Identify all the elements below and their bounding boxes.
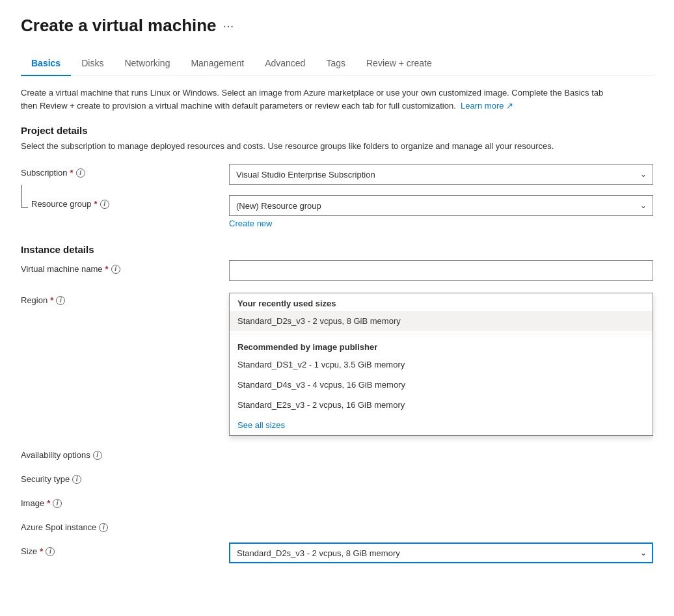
description-text: Create a virtual machine that runs Linux… — [21, 88, 603, 111]
image-label: Image — [21, 498, 44, 508]
resource-group-row: Resource group * i (New) Resource group … — [21, 195, 653, 228]
subscription-select[interactable]: Visual Studio Enterprise Subscription — [229, 164, 653, 185]
size-item-recommended-3[interactable]: Standard_E2s_v3 - 2 vcpus, 16 GiB memory — [230, 395, 653, 415]
azure-spot-info-icon[interactable]: i — [99, 523, 108, 532]
size-required: * — [40, 546, 43, 556]
resource-group-required: * — [94, 199, 98, 209]
tab-description: Create a virtual machine that runs Linux… — [21, 87, 606, 112]
subscription-required: * — [70, 168, 74, 178]
instance-details-title: Instance details — [21, 244, 653, 255]
size-item-recommended-2[interactable]: Standard_D4s_v3 - 4 vcpus, 16 GiB memory — [230, 375, 653, 395]
size-row: Size * i Standard_D2s_v3 - 2 vcpus, 8 Gi… — [21, 542, 653, 563]
create-new-link[interactable]: Create new — [229, 219, 272, 228]
subscription-info-icon[interactable]: i — [76, 168, 85, 178]
size-suggestion-panel: Your recently used sizes Standard_D2s_v3… — [229, 293, 653, 436]
region-row: Region * i Your recently used sizes Stan… — [21, 291, 653, 436]
image-info-icon[interactable]: i — [53, 499, 62, 508]
resource-group-select[interactable]: (New) Resource group — [229, 195, 653, 216]
tab-networking[interactable]: Networking — [114, 51, 180, 76]
security-type-label: Security type — [21, 474, 70, 484]
security-type-info-icon[interactable]: i — [72, 475, 81, 484]
azure-spot-row: Azure Spot instance i — [21, 518, 653, 532]
size-info-icon[interactable]: i — [46, 547, 55, 556]
vm-name-input[interactable] — [229, 260, 653, 281]
subscription-label: Subscription — [21, 168, 68, 178]
suggestion-divider — [230, 334, 653, 334]
region-label: Region — [21, 295, 47, 305]
subscription-select-wrapper: Visual Studio Enterprise Subscription ⌄ — [229, 164, 653, 185]
availability-options-label: Availability options — [21, 450, 90, 460]
image-row: Image * i — [21, 494, 653, 508]
vm-name-label: Virtual machine name — [21, 264, 103, 274]
vm-name-required: * — [105, 264, 109, 274]
availability-options-info-icon[interactable]: i — [93, 451, 102, 460]
size-item-recommended-1[interactable]: Standard_DS1_v2 - 1 vcpu, 3.5 GiB memory — [230, 355, 653, 375]
vm-name-row: Virtual machine name * i — [21, 260, 653, 281]
subscription-row: Subscription * i Visual Studio Enterpris… — [21, 164, 653, 185]
project-details-section: Project details Select the subscription … — [21, 125, 653, 228]
learn-more-link[interactable]: Learn more ↗ — [461, 101, 513, 111]
page-title: Create a virtual machine — [21, 16, 217, 36]
recently-used-header: Your recently used sizes — [230, 293, 653, 311]
image-required: * — [47, 498, 50, 508]
vm-name-info-icon[interactable]: i — [111, 265, 120, 274]
region-required: * — [50, 295, 53, 305]
size-select[interactable]: Standard_D2s_v3 - 2 vcpus, 8 GiB memory — [229, 542, 653, 563]
project-details-desc: Select the subscription to manage deploy… — [21, 141, 606, 151]
resource-group-select-wrapper: (New) Resource group ⌄ — [229, 195, 653, 216]
size-label: Size — [21, 546, 37, 556]
tab-advanced[interactable]: Advanced — [254, 51, 316, 76]
external-link-icon: ↗ — [506, 101, 513, 111]
size-item-recent-1[interactable]: Standard_D2s_v3 - 2 vcpus, 8 GiB memory — [230, 311, 653, 331]
security-type-row: Security type i — [21, 470, 653, 484]
recommended-header: Recommended by image publisher — [230, 337, 653, 355]
size-select-wrapper: Standard_D2s_v3 - 2 vcpus, 8 GiB memory … — [229, 542, 653, 563]
tab-management[interactable]: Management — [180, 51, 254, 76]
instance-details-section: Instance details Virtual machine name * … — [21, 244, 653, 563]
tab-tags[interactable]: Tags — [316, 51, 356, 76]
tab-disks[interactable]: Disks — [71, 51, 114, 76]
project-details-title: Project details — [21, 125, 653, 136]
resource-group-info-icon[interactable]: i — [100, 200, 109, 209]
region-info-icon[interactable]: i — [56, 296, 65, 305]
tab-navigation: Basics Disks Networking Management Advan… — [21, 51, 653, 76]
azure-spot-label: Azure Spot instance — [21, 522, 96, 532]
tab-review-create[interactable]: Review + create — [356, 51, 442, 76]
tab-basics[interactable]: Basics — [21, 51, 71, 76]
resource-group-label: Resource group — [31, 199, 92, 209]
availability-options-row: Availability options i — [21, 446, 653, 460]
see-all-sizes-link[interactable]: See all sizes — [230, 415, 653, 435]
more-options-icon[interactable]: ··· — [223, 18, 234, 33]
